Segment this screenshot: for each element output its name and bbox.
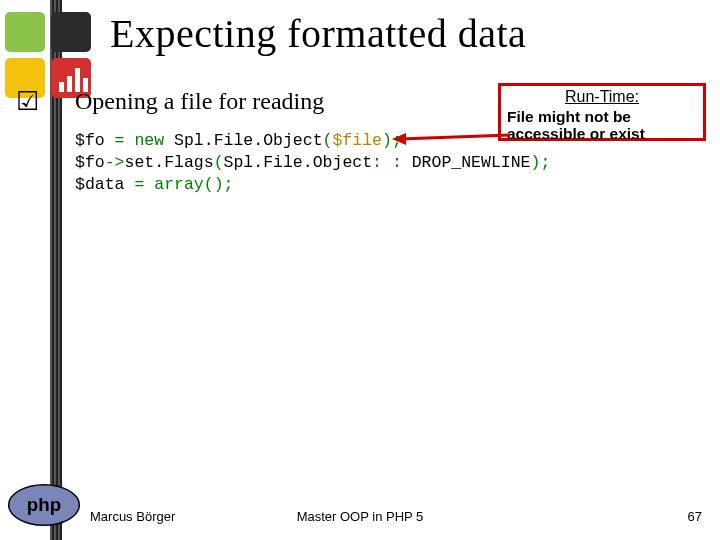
logo-bar: [67, 76, 72, 92]
code-punct: );: [531, 153, 551, 172]
logo-square-black: [51, 12, 91, 52]
annotation-heading: Run-Time:: [507, 88, 697, 106]
code-punct: : :: [372, 153, 412, 172]
code-text: set.Flags: [125, 153, 214, 172]
footer-title: Master OOP in PHP 5: [0, 509, 720, 524]
code-text: $fo: [75, 131, 115, 150]
code-punct: ->: [105, 153, 125, 172]
code-punct: (: [214, 153, 224, 172]
code-block: $fo = new Spl.File.Object($file); $fo->s…: [75, 130, 550, 196]
code-text: DROP_NEWLINE: [412, 153, 531, 172]
code-text: $fo: [75, 153, 105, 172]
logo-square-green: [5, 12, 45, 52]
code-variable: $file: [332, 131, 382, 150]
code-keyword: array: [154, 175, 204, 194]
code-punct: (: [323, 131, 333, 150]
code-text: Spl.File.Object: [224, 153, 373, 172]
code-punct: =: [134, 175, 154, 194]
slide-subtitle: Opening a file for reading: [75, 88, 324, 115]
footer-page-number: 67: [688, 509, 702, 524]
code-text: $data: [75, 175, 134, 194]
logo-bar: [59, 82, 64, 92]
code-text: Spl.File.Object: [174, 131, 323, 150]
code-punct: ();: [204, 175, 234, 194]
checkmark-bullet-icon: ☑: [16, 86, 39, 117]
code-punct: );: [382, 131, 402, 150]
slide-title: Expecting formatted data: [110, 10, 526, 57]
code-keyword: = new: [115, 131, 174, 150]
